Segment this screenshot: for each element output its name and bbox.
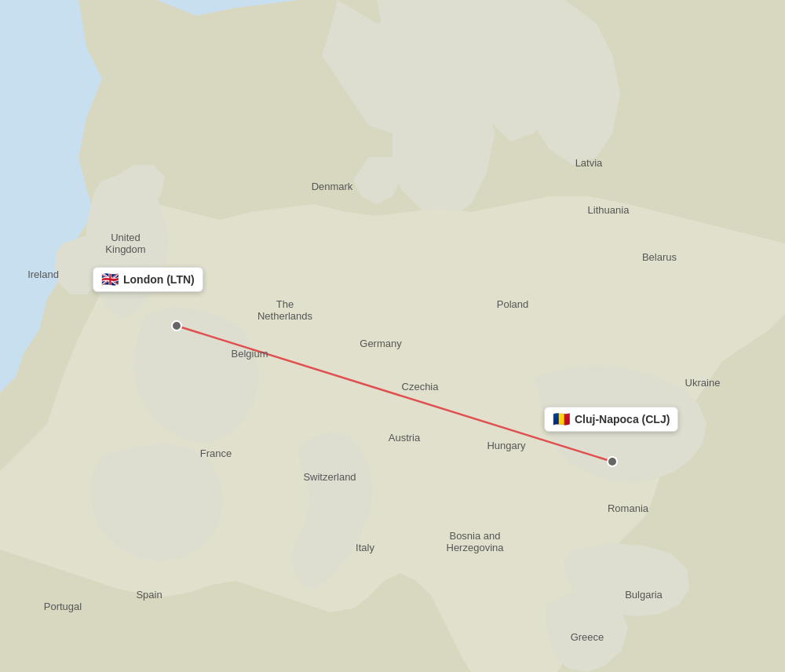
svg-point-3	[608, 457, 617, 466]
map-container: IrelandUnited KingdomDenmarkLatviaLithua…	[0, 0, 785, 672]
svg-point-2	[172, 321, 181, 331]
map-svg	[0, 0, 785, 672]
